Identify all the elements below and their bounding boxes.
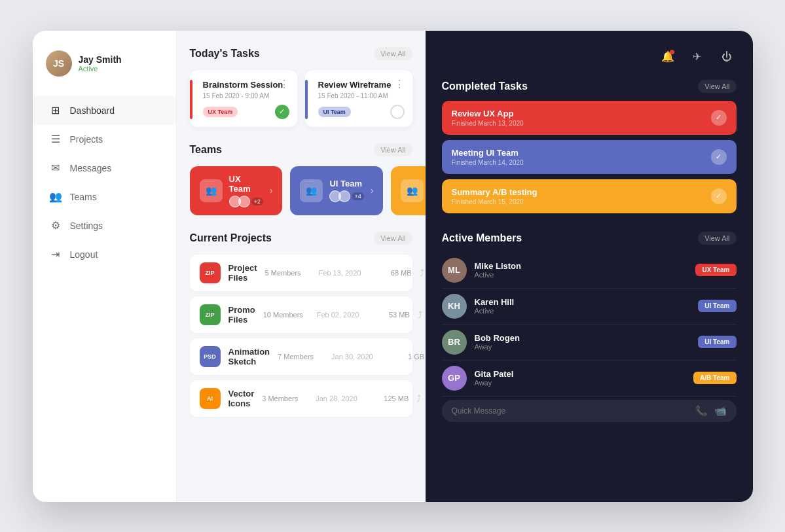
share-icon-1[interactable]: ⤴ bbox=[420, 268, 424, 278]
user-profile: JS Jay Smith Active bbox=[33, 50, 135, 96]
projects-view-all-button[interactable]: View All bbox=[374, 232, 412, 245]
send-icon[interactable]: ✈ bbox=[687, 47, 707, 67]
projects-table: ZIP Project Files 5 Members Feb 13, 2020… bbox=[190, 255, 412, 417]
ux-team-info: UX Team +2 bbox=[229, 174, 263, 207]
task-menu-icon-2[interactable]: ⋮ bbox=[394, 78, 405, 90]
ux-team-name: UX Team bbox=[229, 174, 263, 194]
project-row-1: ZIP Project Files 5 Members Feb 13, 2020… bbox=[190, 255, 412, 291]
member-name-1: Mike Liston bbox=[475, 261, 688, 271]
task-check-1: ✓ bbox=[275, 105, 289, 119]
member-avatar-inner-3: BR bbox=[442, 330, 467, 355]
ct-check-3: ✓ bbox=[711, 188, 727, 204]
user-name: Jay Smith bbox=[79, 54, 122, 65]
sidebar: JS Jay Smith Active ⊞ Dashboard ☰ Projec… bbox=[33, 31, 177, 502]
member-name-4: Gita Patel bbox=[475, 369, 686, 379]
ct-text-2: Meeting UI Team Finished March 14, 2020 bbox=[452, 148, 524, 166]
member-avatar-inner-2: KH bbox=[442, 294, 467, 319]
ct-check-1: ✓ bbox=[711, 110, 727, 126]
member-row-1: ML Mike Liston Active UX Team bbox=[442, 253, 737, 289]
active-members-view-all[interactable]: View All bbox=[698, 232, 736, 245]
notification-icon[interactable]: 🔔 bbox=[658, 47, 678, 67]
ct-check-2: ✓ bbox=[711, 149, 727, 165]
share-icon-4[interactable]: ⤴ bbox=[416, 393, 421, 404]
sidebar-item-messages[interactable]: ✉ Messages bbox=[33, 154, 176, 183]
member-name-3: Bob Rogen bbox=[475, 333, 691, 343]
ux-team-avatars: +2 bbox=[229, 196, 263, 207]
tasks-title: Today's Tasks bbox=[190, 48, 260, 60]
teams-view-all-button[interactable]: View All bbox=[374, 143, 412, 156]
avatar: JS bbox=[46, 50, 72, 77]
messages-icon: ✉ bbox=[49, 162, 62, 175]
completed-tasks-view-all[interactable]: View All bbox=[698, 80, 736, 93]
member-avatar-4: GP bbox=[442, 366, 467, 391]
task-card-wireframe: ⋮ Review Wireframe 15 Feb 2020 - 11:00 A… bbox=[305, 70, 412, 127]
project-file-icon-4: AI bbox=[200, 388, 221, 409]
tasks-row: ⋮ Brainstorm Session 15 Feb 2020 - 9:00 … bbox=[190, 70, 412, 127]
left-panel: JS Jay Smith Active ⊞ Dashboard ☰ Projec… bbox=[33, 31, 426, 502]
sidebar-item-settings[interactable]: ⚙ Settings bbox=[33, 211, 176, 240]
sidebar-item-label-logout: Logout bbox=[70, 249, 98, 260]
sidebar-item-projects[interactable]: ☰ Projects bbox=[33, 125, 176, 154]
mini-avatar-4 bbox=[338, 190, 350, 202]
completed-task-1: Review UX App Finished March 13, 2020 ✓ bbox=[442, 101, 737, 135]
member-status-4: Away bbox=[475, 379, 686, 387]
ct-date-2: Finished March 14, 2020 bbox=[452, 159, 524, 166]
sidebar-item-label-messages: Messages bbox=[70, 163, 112, 173]
project-date-1: Feb 13, 2020 bbox=[319, 269, 371, 277]
sidebar-item-label-dashboard: Dashboard bbox=[70, 105, 115, 116]
project-size-1: 68 MB bbox=[379, 269, 412, 277]
sidebar-item-label-projects: Projects bbox=[70, 134, 103, 145]
sidebar-item-dashboard[interactable]: ⊞ Dashboard bbox=[33, 96, 176, 125]
share-icon-2[interactable]: ⤴ bbox=[418, 310, 422, 320]
tasks-section-header: Today's Tasks View All bbox=[190, 47, 412, 60]
project-actions-2: ⤴ ⋮ bbox=[418, 310, 426, 320]
project-name-1: Project Files bbox=[228, 263, 257, 283]
project-name-2: Promo Files bbox=[228, 305, 255, 325]
member-avatar-2: KH bbox=[442, 294, 467, 319]
active-members-section: Active Members View All ML Mike Liston A… bbox=[442, 232, 737, 422]
project-row-4: AI Vector Icons 3 Members Jan 28, 2020 1… bbox=[190, 380, 412, 417]
member-info-3: Bob Rogen Away bbox=[475, 333, 691, 351]
project-members-3: 7 Members bbox=[278, 353, 323, 361]
ux-team-icon: 👥 bbox=[200, 179, 223, 202]
completed-task-2: Meeting UI Team Finished March 14, 2020 … bbox=[442, 140, 737, 174]
power-icon[interactable]: ⏻ bbox=[717, 47, 737, 67]
sidebar-item-logout[interactable]: ⇥ Logout bbox=[33, 240, 176, 269]
quick-message-input[interactable] bbox=[452, 406, 689, 416]
member-badge-4: A/B Team bbox=[693, 372, 736, 384]
project-actions-1: ⤴ ⋮ bbox=[420, 268, 426, 278]
logout-icon: ⇥ bbox=[49, 248, 62, 261]
ux-team-arrow-icon: › bbox=[270, 185, 273, 196]
right-panel: 🔔 ✈ ⏻ Completed Tasks View All Review UX… bbox=[426, 31, 753, 502]
ab-team-icon: 👥 bbox=[401, 179, 424, 202]
member-info-1: Mike Liston Active bbox=[475, 261, 688, 279]
member-row-3: BR Bob Rogen Away UI Team bbox=[442, 325, 737, 361]
active-members-header: Active Members View All bbox=[442, 232, 737, 245]
nav-items: ⊞ Dashboard ☰ Projects ✉ Messages 👥 Team… bbox=[33, 96, 176, 269]
task-date-2: 15 Feb 2020 - 11:00 AM bbox=[315, 92, 403, 99]
member-avatar-inner-4: GP bbox=[442, 366, 467, 391]
active-members-title: Active Members bbox=[442, 232, 522, 244]
ct-date-3: Finished March 15, 2020 bbox=[452, 198, 538, 205]
member-name-2: Karen Hill bbox=[475, 297, 691, 307]
member-avatar-1: ML bbox=[442, 258, 467, 283]
team-card-ux[interactable]: 👥 UX Team +2 › bbox=[190, 166, 283, 215]
ui-team-info: UI Team +4 bbox=[329, 179, 363, 202]
call-icon[interactable]: 📞 bbox=[695, 405, 708, 417]
video-icon[interactable]: 📹 bbox=[714, 405, 727, 417]
team-card-ab[interactable]: 👥 A/B Team +1 › bbox=[391, 166, 425, 215]
ui-more-count: +4 bbox=[352, 192, 363, 200]
project-date-4: Jan 28, 2020 bbox=[316, 395, 368, 402]
ct-date-1: Finished March 13, 2020 bbox=[452, 120, 524, 127]
team-card-ui[interactable]: 👥 UI Team +4 › bbox=[290, 166, 383, 215]
task-menu-icon-1[interactable]: ⋮ bbox=[279, 78, 289, 90]
sidebar-item-teams[interactable]: 👥 Teams bbox=[33, 183, 176, 211]
tasks-view-all-button[interactable]: View All bbox=[374, 47, 412, 60]
settings-icon: ⚙ bbox=[49, 219, 62, 232]
project-file-icon-1: ZIP bbox=[200, 262, 221, 283]
member-badge-2: UI Team bbox=[698, 300, 736, 312]
task-accent-blue bbox=[305, 80, 308, 119]
project-size-4: 125 MB bbox=[376, 395, 409, 402]
member-badge-3: UI Team bbox=[698, 336, 736, 348]
task-check-2 bbox=[390, 105, 405, 119]
